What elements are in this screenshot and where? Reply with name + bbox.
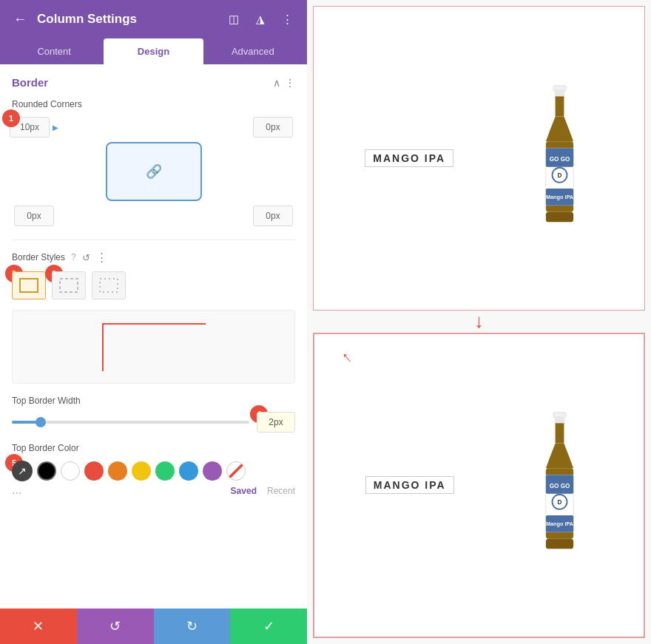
color-swatch-blue[interactable]: [179, 461, 198, 481]
link-icon: 🔗: [146, 163, 162, 180]
top-beer-name: MANGO IPA: [365, 149, 453, 167]
bottom-preview-card: ↑ MANGO IPA GO GO: [313, 333, 645, 639]
svg-rect-1: [60, 279, 78, 292]
svg-text:GO GO: GO GO: [549, 483, 570, 489]
more-options-button[interactable]: ⋮: [277, 10, 297, 29]
tab-advanced[interactable]: Advanced: [203, 38, 303, 64]
color-swatch-red[interactable]: [84, 461, 104, 481]
save-button[interactable]: ✓: [230, 609, 307, 644]
slider-value: 2px: [269, 417, 283, 427]
style-solid-button[interactable]: [12, 271, 46, 299]
reset-icon[interactable]: ↺: [82, 252, 90, 263]
svg-text:D: D: [557, 500, 561, 506]
cancel-button[interactable]: ✕: [0, 609, 77, 644]
svg-rect-5: [556, 96, 564, 116]
border-style-buttons: 3 2: [12, 271, 295, 299]
reset-button[interactable]: ↺: [77, 609, 154, 644]
color-swatch-transparent[interactable]: [226, 461, 246, 481]
bottom-right-corner-input[interactable]: [253, 206, 293, 226]
svg-text:D: D: [558, 172, 562, 179]
up-arrow-icon: ↑: [337, 347, 356, 367]
border-styles-label: Border Styles: [12, 252, 65, 262]
slider-label: Top Border Width: [12, 396, 295, 406]
color-picker-swatch[interactable]: ↗: [12, 461, 33, 481]
color-section: Top Border Color 5 ↗: [12, 443, 295, 501]
color-label: Top Border Color: [12, 443, 295, 453]
recent-tab[interactable]: Recent: [267, 486, 295, 496]
slider-track[interactable]: [12, 421, 249, 424]
border-section-header: Border ∧ ⋮: [12, 76, 295, 89]
border-styles-header: Border Styles ? ↺ ⋮: [12, 251, 295, 264]
panel-header: ← Column Settings ◫ ◮ ⋮: [0, 0, 307, 38]
section-title-border: Border: [12, 76, 273, 89]
help-icon[interactable]: ?: [71, 252, 76, 262]
color-tabs: Saved Recent: [231, 486, 295, 496]
corner-diagram: 🔗: [106, 142, 202, 201]
slider-value-box: 2px: [257, 412, 295, 433]
top-right-corner-input[interactable]: [253, 117, 293, 138]
svg-rect-17: [555, 424, 564, 444]
collapse-icon[interactable]: ∧: [273, 77, 280, 89]
svg-rect-26: [546, 539, 573, 549]
panel-title: Column Settings: [37, 12, 217, 27]
more-swatches-icon[interactable]: ···: [12, 487, 21, 500]
svg-rect-2: [100, 279, 118, 292]
cancel-icon: ✕: [33, 618, 44, 634]
color-swatch-yellow[interactable]: [132, 461, 151, 481]
down-arrow-icon: ↓: [474, 310, 484, 333]
slider-section: Top Border Width 4 2px: [12, 396, 295, 433]
section-controls: ∧ ⋮: [273, 77, 295, 89]
back-button[interactable]: ←: [10, 10, 30, 29]
style-dashed-button[interactable]: [52, 271, 86, 299]
color-swatch-black[interactable]: [37, 461, 56, 481]
corners-grid: 1 ▶ 🔗: [12, 117, 295, 226]
bottom-beer-label: MANGO IPA: [365, 478, 454, 492]
border-preview-inner: [102, 323, 206, 371]
top-bottle-container: GO GO D Mango IPA: [527, 84, 593, 232]
tabs-row: Content Design Advanced: [0, 38, 307, 64]
badge-1: 1: [2, 109, 20, 127]
svg-rect-0: [20, 279, 38, 292]
slider-thumb[interactable]: [36, 417, 46, 427]
top-preview-card: MANGO IPA GO GO: [313, 6, 645, 311]
save-icon: ✓: [263, 618, 274, 634]
saved-tab[interactable]: Saved: [231, 486, 257, 496]
right-panel: MANGO IPA GO GO: [307, 0, 651, 644]
color-swatches: 5 ↗: [12, 461, 295, 481]
view-toggle-2[interactable]: ◮: [251, 10, 270, 29]
view-toggle-1[interactable]: ◫: [224, 10, 243, 29]
tab-design[interactable]: Design: [104, 38, 203, 64]
bottom-beer-name: MANGO IPA: [365, 476, 454, 494]
action-bar: ✕ ↺ ↻ ✓: [0, 609, 307, 644]
svg-rect-14: [546, 211, 573, 222]
section-more-icon[interactable]: ⋮: [285, 77, 295, 89]
arrow-separator: ↓: [307, 311, 651, 333]
svg-text:Mango IPA: Mango IPA: [546, 521, 574, 528]
top-beer-label: MANGO IPA: [365, 152, 453, 165]
color-swatch-orange[interactable]: [108, 461, 127, 481]
tab-content[interactable]: Content: [4, 38, 104, 64]
color-swatch-purple[interactable]: [203, 461, 222, 481]
panel-content: Border ∧ ⋮ Rounded Corners 1 ▶ 🔗: [0, 64, 307, 609]
redo-button[interactable]: ↻: [154, 609, 231, 644]
svg-text:GO GO: GO GO: [550, 155, 570, 162]
redo-icon: ↻: [186, 618, 198, 634]
svg-text:Mango IPA: Mango IPA: [546, 194, 574, 200]
left-panel: ← Column Settings ◫ ◮ ⋮ Content Design A…: [0, 0, 307, 644]
color-swatch-white[interactable]: [61, 461, 80, 481]
reset-icon-btn: ↺: [109, 618, 121, 634]
bottom-bottle-container: GO GO D Mango IPA: [526, 411, 593, 559]
color-swatch-green[interactable]: [155, 461, 175, 481]
border-styles-more-icon[interactable]: ⋮: [96, 251, 107, 264]
top-bottle-svg: GO GO D Mango IPA: [528, 84, 591, 232]
slider-row: 4 2px: [12, 412, 295, 433]
bottom-left-corner-input[interactable]: [14, 206, 54, 226]
rounded-corners-label: Rounded Corners: [12, 99, 295, 109]
border-preview: [12, 310, 295, 384]
style-dotted-button[interactable]: [92, 271, 126, 299]
bottom-bottle-svg: GO GO D Mango IPA: [528, 411, 591, 559]
